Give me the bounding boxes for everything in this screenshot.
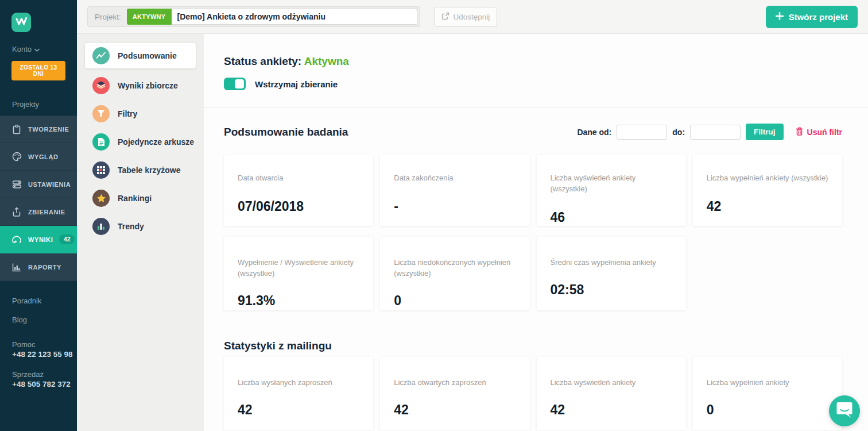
stat-value: 42 <box>707 199 828 214</box>
date-from-input[interactable] <box>617 125 667 140</box>
main-content: Status ankiety: Aktywna Wstrzymaj zbiera… <box>204 34 868 431</box>
project-status-badge: AKTYWNY <box>127 9 172 25</box>
subnav-item-tabele-krzyzowe[interactable]: Tabele krzyżowe <box>85 156 196 184</box>
stat-card-mailing-wypelnienia: Liczba wypełnień ankiety 0 <box>693 357 842 430</box>
stat-value: 07/06/2018 <box>238 199 359 214</box>
app-logo[interactable] <box>11 13 31 32</box>
sidebar-item-zbieranie[interactable]: ZBIERANIE <box>0 198 77 226</box>
app-window: Konto ZOSTAŁO 13 DNI Projekty TWORZENIE … <box>0 0 868 431</box>
sidebar-item-label: RAPORTY <box>28 264 61 271</box>
help-label: Pomoc <box>12 340 77 349</box>
pause-collection-toggle[interactable] <box>224 78 246 90</box>
sidebar-item-wyglad[interactable]: WYGLĄD <box>0 143 77 171</box>
account-label: Konto <box>12 45 32 53</box>
stat-card-wyslane-zaproszenia: Liczba wysłanych zaproszeń 42 <box>224 357 373 430</box>
chat-icon <box>836 401 853 421</box>
share-button[interactable]: Udostępnij <box>434 7 498 27</box>
stat-label: Średni czas wypełnienia ankiety <box>551 257 672 268</box>
date-to-label: do: <box>672 128 685 137</box>
trash-icon <box>796 127 803 137</box>
sliders-icon <box>11 179 22 190</box>
topbar: Projekt: AKTYWNY Udostępnij Stwórz proje… <box>77 0 868 34</box>
sidebar-item-ustawienia[interactable]: USTAWIENIA <box>0 171 77 198</box>
sidebar-item-label: ZBIERANIE <box>28 209 65 216</box>
sales-phone: +48 505 782 372 <box>12 379 77 389</box>
projects-section-label: Projekty <box>12 100 77 109</box>
subnav-item-label: Tabele krzyżowe <box>118 166 180 175</box>
stat-label: Data zakończenia <box>394 173 516 184</box>
date-to-input[interactable] <box>690 125 741 140</box>
clear-filter-label: Usuń filtr <box>807 128 842 137</box>
summary-title: Podsumowanie badania <box>224 126 348 138</box>
sales-contact: Sprzedaż +48 505 782 372 <box>12 370 77 389</box>
stat-label: Liczba wypełnień ankiety <box>707 378 828 388</box>
sidebar-item-label: TWORZENIE <box>28 126 69 133</box>
sidebar-item-wyniki[interactable]: WYNIKI 42 <box>0 226 77 253</box>
clipboard-icon <box>11 124 22 134</box>
chevron-down-icon <box>34 45 40 53</box>
stat-label: Liczba wysłanych zaproszeń <box>238 378 359 388</box>
right-column: Projekt: AKTYWNY Udostępnij Stwórz proje… <box>77 0 868 431</box>
stat-card-conversion: Wypełnienie / Wyświetlenie ankiety (wszy… <box>224 237 373 310</box>
sidebar-item-tworzenie[interactable]: TWORZENIE <box>0 116 77 143</box>
gauge-icon <box>11 234 22 245</box>
sidebar-item-label: USTAWIENIA <box>28 181 71 188</box>
mailing-title: Statystyki z mailingu <box>224 340 842 352</box>
toggle-knob <box>235 79 244 88</box>
stat-card-sredni-czas: Średni czas wypełnienia ankiety 02:58 <box>537 237 686 310</box>
document-icon <box>92 133 110 151</box>
section-divider <box>204 107 868 107</box>
subnav-item-wyniki-zbiorcze[interactable]: Wyniki zbiorcze <box>85 71 196 99</box>
subnav-item-pojedyncze-arkusze[interactable]: Pojedyncze arkusze <box>85 128 196 156</box>
subnav-item-label: Wyniki zbiorcze <box>118 81 178 90</box>
summary-cards-row2: Wypełnienie / Wyświetlenie ankiety (wszy… <box>224 237 842 310</box>
sidebar-link-blog[interactable]: Blog <box>12 310 77 329</box>
sidebar-link-poradnik[interactable]: Poradnik <box>12 291 77 310</box>
stat-value: - <box>394 199 516 214</box>
subnav-item-rankingi[interactable]: Rankingi <box>85 184 196 212</box>
stat-value: 46 <box>551 210 672 225</box>
account-menu[interactable]: Konto <box>12 45 77 53</box>
stat-value: 02:58 <box>551 282 672 298</box>
subnav-item-trendy[interactable]: Trendy <box>85 212 196 240</box>
bar-chart-icon <box>11 262 22 272</box>
project-name-input[interactable] <box>172 9 417 25</box>
help-phone: +48 22 123 55 98 <box>12 349 77 359</box>
subnav-item-label: Trendy <box>118 222 144 231</box>
chat-widget-button[interactable] <box>829 395 860 426</box>
stat-card-niedokonczone: Liczba niedokończonych wypełnień (wszyst… <box>380 237 529 310</box>
subnav-item-filtry[interactable]: Filtry <box>85 99 196 128</box>
filter-button[interactable]: Filtruj <box>746 124 784 140</box>
stat-value: 42 <box>551 402 672 418</box>
status-value: Aktywna <box>304 55 349 67</box>
toggle-label: Wstrzymaj zbieranie <box>255 79 338 89</box>
palette-icon <box>11 152 22 162</box>
sidebar-item-raporty[interactable]: RAPORTY <box>0 253 77 281</box>
bars-icon <box>92 218 110 235</box>
stat-card-wypelnienia: Liczba wypełnień ankiety (wszystkie) 42 <box>693 155 842 226</box>
subnav-item-label: Podsumowanie <box>118 51 177 60</box>
clear-filter-button[interactable]: Usuń filtr <box>796 127 842 137</box>
stat-label: Liczba otwartych zaproszeń <box>394 378 516 388</box>
sidebar-item-label: WYGLĄD <box>28 153 58 160</box>
external-link-icon <box>441 12 450 22</box>
stat-label: Liczba wyświetleń ankiety <box>551 378 672 388</box>
upload-icon <box>11 207 22 217</box>
project-selector: Projekt: AKTYWNY <box>87 6 420 27</box>
stat-card-data-zakonczenia: Data zakończenia - <box>380 155 529 226</box>
stat-value: 42 <box>238 402 359 418</box>
stat-card-otwarte-zaproszenia: Liczba otwartych zaproszeń 42 <box>380 357 529 430</box>
date-from-label: Dane od: <box>577 128 611 137</box>
subnav-item-label: Filtry <box>118 109 137 118</box>
stat-card-data-otwarcia: Data otwarcia 07/06/2018 <box>224 155 373 226</box>
trial-days-badge[interactable]: ZOSTAŁO 13 DNI <box>11 61 65 80</box>
results-count-badge: 42 <box>59 234 75 244</box>
subnav-item-podsumowanie[interactable]: Podsumowanie <box>85 43 196 68</box>
create-project-button[interactable]: Stwórz projekt <box>766 6 858 28</box>
funnel-icon <box>92 105 110 122</box>
content-row: Podsumowanie Wyniki zbiorcze Filtry <box>77 34 868 431</box>
stat-value: 91.3% <box>238 293 359 309</box>
sidebar-item-label: WYNIKI <box>28 236 53 243</box>
help-contact: Pomoc +48 22 123 55 98 <box>12 340 77 359</box>
stat-value: 0 <box>394 293 516 309</box>
